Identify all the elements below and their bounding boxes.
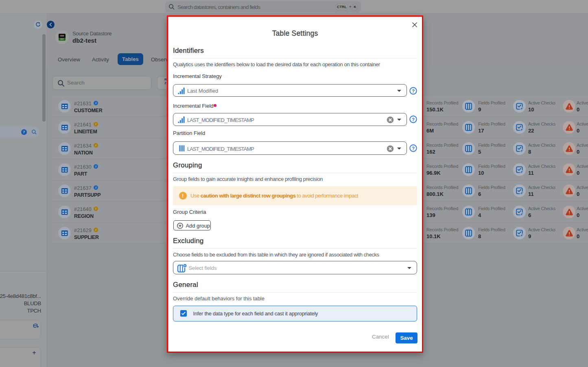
svg-text:?: ?	[412, 117, 415, 122]
svg-text:?: ?	[412, 145, 415, 150]
svg-text:?: ?	[412, 88, 415, 93]
